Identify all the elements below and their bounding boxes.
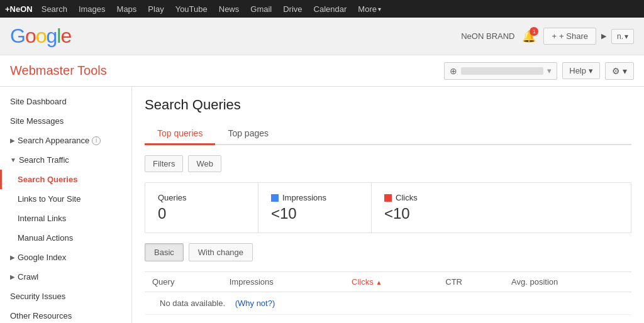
sort-asc-icon: ▲ [375,279,382,286]
share-button[interactable]: + + Share [543,28,596,45]
tabs-bar: Top queries Top pages [145,123,631,145]
chevron-down-icon: ▾ [623,66,627,76]
sidebar-item-messages[interactable]: Site Messages [0,111,131,131]
stats-row: Queries 0 Impressions <10 Clicks <10 [145,182,631,233]
col-impressions: Impressions [222,272,344,292]
stat-label-impressions: Impressions [271,193,358,202]
username-label: NeON BRAND [461,31,514,41]
filter-bar: Filters Web [145,155,631,172]
stat-card-queries: Queries 0 [145,183,258,233]
col-clicks[interactable]: Clicks ▲ [344,272,438,292]
nav-item-search[interactable]: Search [36,0,72,18]
nav-item-maps[interactable]: Maps [112,0,142,18]
sidebar-item-search-appearance[interactable]: ▶ Search Appearance i [0,131,131,150]
sidebar-item-other-resources[interactable]: Other Resources [0,306,131,323]
wmt-title: Webmaster Tools [10,63,107,78]
sidebar-item-internal-links[interactable]: Internal Links [0,209,131,228]
no-data-text: No data available. [152,293,233,313]
sidebar-item-manual-actions[interactable]: Manual Actions [0,228,131,248]
chevron-right-icon: ▶ [10,254,15,261]
stat-label-clicks: Clicks [384,193,472,202]
nav-item-more[interactable]: More ▾ [353,0,386,18]
sidebar-item-dashboard[interactable]: Site Dashboard [0,92,131,111]
nav-item-drive[interactable]: Drive [278,0,307,18]
gear-icon: ⚙ [612,66,620,76]
nav-item-youtube[interactable]: YouTube [170,0,213,18]
info-icon[interactable]: i [92,136,101,145]
stat-value-clicks: <10 [384,205,472,222]
clicks-color-icon [384,194,392,202]
chevron-right-icon: ▶ [10,273,15,280]
share-icon: + [552,31,557,41]
page-title: Search Queries [145,97,631,113]
header-arrow-icon: ▶ [601,32,606,40]
chevron-down-icon: ▼ [10,156,16,163]
chevron-down-icon: ▾ [625,32,628,41]
col-avg-position: Avg. position [504,272,631,292]
google-header: Google NeON BRAND 🔔 1 + + Share ▶ n. ▾ [0,18,644,55]
chevron-down-icon: ▾ [378,6,381,13]
stat-card-impressions: Impressions <10 [258,183,372,233]
sidebar-item-search-traffic[interactable]: ▼ Search Traffic [0,150,131,170]
sidebar-item-google-index[interactable]: ▶ Google Index [0,248,131,267]
google-logo[interactable]: Google [10,25,71,48]
impressions-color-icon [271,194,279,202]
with-change-button[interactable]: With change [189,243,253,261]
stat-card-clicks: Clicks <10 [372,183,485,233]
sidebar-item-links-to-site[interactable]: Links to Your Site [0,189,131,209]
table-header-row: Query Impressions Clicks ▲ CTR Avg. posi… [145,272,631,292]
help-button[interactable]: Help ▾ [562,62,600,79]
avatar-button[interactable]: n. ▾ [611,29,634,44]
no-data-row: No data available. (Why not?) [145,292,631,315]
header-right: NeON BRAND 🔔 1 + + Share ▶ n. ▾ [461,27,634,46]
wordpress-icon: ⊕ [450,66,457,76]
no-data-cell: No data available. (Why not?) [145,292,631,315]
notification-button[interactable]: 🔔 1 [519,27,538,46]
sidebar-item-search-queries[interactable]: Search Queries [0,170,131,189]
nav-item-images[interactable]: Images [74,0,111,18]
filters-button[interactable]: Filters [145,155,183,172]
site-url-blurred [461,67,543,75]
sidebar: Site Dashboard Site Messages ▶ Search Ap… [0,87,132,323]
nav-brand[interactable]: +NeON [5,4,33,14]
why-not-link[interactable]: (Why not?) [235,298,275,308]
settings-button[interactable]: ⚙ ▾ [605,62,634,80]
nav-item-gmail[interactable]: Gmail [245,0,277,18]
sidebar-item-crawl[interactable]: ▶ Crawl [0,267,131,287]
share-label: + Share [559,31,588,41]
basic-button[interactable]: Basic [145,243,184,261]
content-area: Search Queries Top queries Top pages Fil… [132,87,644,323]
chevron-down-icon: ▾ [589,66,593,75]
web-button[interactable]: Web [188,155,221,172]
col-query: Query [145,272,222,292]
wmt-controls: ⊕ ▾ Help ▾ ⚙ ▾ [444,62,634,80]
nav-item-play[interactable]: Play [143,0,169,18]
stat-value-queries: 0 [158,205,245,222]
col-ctr: CTR [438,272,504,292]
data-table: Query Impressions Clicks ▲ CTR Avg. posi… [145,272,631,315]
nav-item-calendar[interactable]: Calendar [309,0,352,18]
avatar-label: n. [617,32,623,41]
help-label: Help [569,66,586,75]
nav-item-news[interactable]: News [214,0,245,18]
wmt-bar: Webmaster Tools ⊕ ▾ Help ▾ ⚙ ▾ [0,55,644,87]
notification-badge: 1 [530,27,538,36]
chevron-down-icon: ▾ [547,66,552,75]
chevron-right-icon: ▶ [10,137,15,144]
action-bar: Basic With change [145,243,631,261]
tab-top-queries[interactable]: Top queries [145,123,215,145]
site-selector[interactable]: ⊕ ▾ [444,62,557,80]
sidebar-item-security-issues[interactable]: Security Issues [0,287,131,306]
tab-top-pages[interactable]: Top pages [215,123,281,145]
stat-label-queries: Queries [158,193,245,202]
stat-value-impressions: <10 [271,205,358,222]
main-layout: Site Dashboard Site Messages ▶ Search Ap… [0,87,644,323]
top-nav-bar: +NeON Search Images Maps Play YouTube Ne… [0,0,644,18]
